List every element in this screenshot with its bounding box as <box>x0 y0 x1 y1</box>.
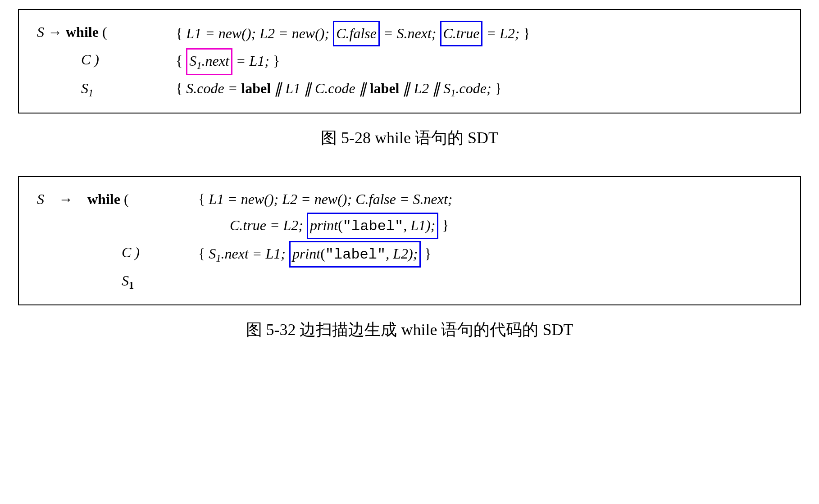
fig2-l1-s: S <box>37 191 44 207</box>
fig1-l1-paren: ( <box>102 24 107 40</box>
fig1-l1-arrow: → <box>48 24 66 40</box>
fig1-l1-close: } <box>523 25 530 41</box>
fig2-l3-lhs: C ) <box>122 244 140 260</box>
fig1-l3-label1: label <box>241 80 271 96</box>
fig1-l3-lhs-s: S <box>81 80 88 96</box>
fig1-l3-a: S.code = <box>186 80 241 96</box>
figure-5-28-caption: 图 5-28 while 语句的 SDT <box>18 127 801 149</box>
figure-5-28-box: S → while ( { L1 = new(); L2 = new(); C.… <box>18 9 801 114</box>
fig1-line2: C ) { S1.next = L1; } <box>37 48 782 75</box>
fig1-line3: S1 { S.code = label ‖ L1 ‖ C.code ‖ labe… <box>37 77 782 101</box>
fig2-l1-while: while <box>87 191 120 207</box>
fig1-l1-mid2: = L2; <box>486 25 519 41</box>
fig1-l2-lhs: C ) <box>81 51 99 68</box>
fig1-l3-c: ‖ L2 ‖ S <box>403 80 450 96</box>
fig2-l3-a: S <box>209 245 216 262</box>
fig1-l1-a: L1 = new(); L2 = new(); <box>186 25 333 41</box>
figure-5-32-box: S → while ( { L1 = new(); L2 = new(); C.… <box>18 176 801 306</box>
fig1-l3-close: } <box>495 80 502 96</box>
fig1-l3-b: ‖ L1 ‖ C.code ‖ <box>274 80 370 96</box>
fig2-l4-s: S <box>122 272 129 289</box>
fig1-l1-box-ctrue: C.true <box>440 21 483 46</box>
fig1-l3-open: { <box>176 80 186 96</box>
fig1-l2-box-s1next: S1.next <box>186 48 232 75</box>
fig1-l2-open: { <box>176 53 186 69</box>
fig2-l3-close: } <box>424 245 431 262</box>
fig2-l2-box-print: print("label", L1); <box>307 213 438 239</box>
fig1-l3-label2: label <box>370 80 400 96</box>
fig2-l1-a: L1 = new(); L2 = new(); C.false = S.next… <box>209 191 452 207</box>
fig2-l3-box-print: print("label", L2); <box>289 241 421 268</box>
fig1-l2-mid: = L1; <box>236 53 269 69</box>
fig1-l1-open: { <box>176 25 186 41</box>
fig1-l1-box-cfalse: C.false <box>333 21 380 46</box>
fig2-l1-paren: ( <box>124 191 129 207</box>
fig2-line1: S → while ( { L1 = new(); L2 = new(); C.… <box>37 188 782 211</box>
fig1-line1: S → while ( { L1 = new(); L2 = new(); C.… <box>37 21 782 46</box>
fig1-l1-while: while <box>66 24 99 40</box>
fig2-l2-close: } <box>442 217 449 233</box>
fig2-l1-open: { <box>198 191 209 207</box>
fig2-l1-arrow: → <box>59 191 73 207</box>
figure-5-32-caption: 图 5-32 边扫描边生成 while 语句的代码的 SDT <box>18 319 801 341</box>
fig2-line3: C ) { S1.next = L1; print("label", L2); … <box>37 241 782 268</box>
fig2-line2: C.true = L2; print("label", L1); } <box>37 213 782 239</box>
fig2-l2-a: C.true = L2; <box>230 217 307 233</box>
fig2-l3-open: { <box>198 245 209 262</box>
fig1-l2-close: } <box>273 53 280 69</box>
fig1-l1-mid1: = S.next; <box>383 25 440 41</box>
fig2-line4: S1 <box>37 269 782 294</box>
fig1-l1-lhs-s: S <box>37 24 44 40</box>
